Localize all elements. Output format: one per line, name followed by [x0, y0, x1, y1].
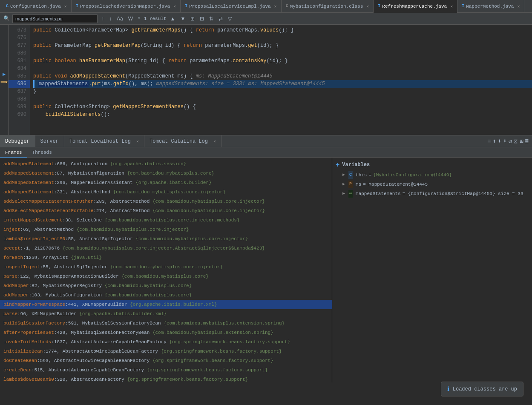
tab-proposal-cached[interactable]: I ProposalCachedVersionMapper.java ✕ [72, 0, 181, 13]
frame-12-class: MybatisMapperAnnotationBuilder [35, 274, 122, 279]
search-icon: 🔍 [3, 15, 10, 22]
var-mapped-statements[interactable]: ▶ ∞ mappedStatements = {Configuration$St… [332, 189, 532, 198]
frame-8-method: lambda$inspectInject$0 [3, 236, 65, 241]
tab-close-refresh[interactable]: ✕ [450, 4, 453, 9]
tab-close-configuration[interactable]: ✕ [64, 4, 67, 9]
search-option2[interactable]: ⇄ [217, 16, 224, 22]
gutter-673 [0, 25, 8, 32]
tab-configuration-java[interactable]: C Configuration.java ✕ [2, 0, 72, 13]
debugger-icon-grid[interactable]: ⊞ [520, 138, 523, 145]
toggle-word-button[interactable]: W [127, 16, 134, 22]
toggle-regex-button[interactable]: * [137, 16, 141, 22]
frame-23[interactable]: lambda$doGetBean$0:320, AbstractBeanFact… [0, 375, 332, 382]
debugger-icon-resume[interactable]: ↺ [509, 138, 512, 145]
frame-14-line: :103, [29, 293, 46, 298]
frame-4-line: :283, [93, 199, 110, 204]
tab-server[interactable]: Server [35, 135, 64, 147]
search-center[interactable]: ⊞ [189, 16, 196, 22]
frame-16[interactable]: parse:96, XMLMapperBuilder {org.apache.i… [0, 309, 332, 319]
frame-0[interactable]: addMappedStatement:686, Configuration {o… [0, 159, 332, 169]
frame-3[interactable]: addMappedStatement:331, AbstractMethod {… [0, 187, 332, 197]
debugger-icon-list[interactable]: ≡ [487, 138, 491, 145]
frame-1[interactable]: addMappedStatement:87, MybatisConfigurat… [0, 169, 332, 178]
tab-refresh-mapper[interactable]: I RefreshMapperCache.java ✕ [374, 0, 457, 13]
frame-4-class: AbstractMethod [110, 199, 152, 204]
frame-17-line: :591, [65, 321, 82, 326]
tab-close-mybatis-class[interactable]: ✕ [366, 4, 369, 9]
frame-13-class: MybatisMapperRegistry [43, 283, 104, 288]
tab-proposal-local[interactable]: I ProposalLocalServiceImpl.java ✕ [181, 0, 281, 13]
frame-15-pkg: {org.apache.ibatis.builder.xml} [130, 302, 217, 307]
frames-panel: addMappedStatement:686, Configuration {o… [0, 158, 332, 382]
tab-close-proposal-cached[interactable]: ✕ [173, 4, 176, 9]
frame-13[interactable]: addMapper:82, MybatisMapperRegistry {com… [0, 281, 332, 290]
debugger-icon-filter[interactable]: ⧖ [514, 138, 518, 145]
add-watch-button[interactable]: + [336, 161, 339, 169]
gutter-689 [0, 101, 8, 109]
frame-18-pkg: {com.baomidou.mybatisplus.extension.spri… [152, 330, 273, 335]
frame-12-method: parse [3, 274, 17, 279]
var-ms[interactable]: ▶ P ms = MappedStatement@14445 [332, 180, 532, 189]
sub-tab-threads[interactable]: Threads [27, 147, 57, 158]
search-input[interactable] [12, 14, 98, 23]
tab-tomcat-catalina[interactable]: Tomcat Catalina Log ✕ [144, 135, 221, 147]
frame-22-line: :515, [32, 368, 49, 373]
tab-tomcat-localhost[interactable]: Tomcat Localhost Log ✕ [64, 135, 144, 147]
code-line-681: public boolean hasParameterMap(String id… [33, 57, 532, 65]
frame-6-method: injectMappedStatement [3, 218, 63, 223]
var-this-name: this [356, 171, 367, 179]
frame-3-line: :331, [54, 190, 71, 195]
prev-match-button[interactable]: ↑ [100, 16, 105, 22]
frame-23-method: lambda$doGetBean$0 [3, 377, 54, 382]
search-expand[interactable]: ⊟ [198, 16, 205, 22]
frame-22[interactable]: createBean:515, AbstractAutowireCapableB… [0, 365, 332, 375]
var-ms-eq: = MappedStatement@14445 [363, 181, 428, 188]
tab-tomcat-localhost-close[interactable]: ✕ [136, 139, 139, 144]
frame-6[interactable]: injectMappedStatement:38, SelectOne {com… [0, 215, 332, 225]
frame-11[interactable]: inspectInject:55, AbstractSqlInjector {c… [0, 262, 332, 272]
frame-15-class: XMLMapperBuilder [82, 302, 130, 307]
debugger-tab-bar: Debugger Server Tomcat Localhost Log ✕ T… [0, 135, 532, 147]
toggle-case-button[interactable]: Aa [115, 16, 124, 22]
frame-5[interactable]: addSelectMappedStatementForTable:274, Ab… [0, 206, 332, 215]
frame-8[interactable]: lambda$inspectInject$0:55, AbstractSqlIn… [0, 234, 332, 244]
frame-12[interactable]: parse:122, MybatisMapperAnnotationBuilde… [0, 272, 332, 281]
next-match-button[interactable]: ↓ [108, 16, 113, 22]
debugger-icon-drop[interactable]: ⬇ [503, 138, 506, 145]
frame-0-method: addMappedStatement [3, 161, 54, 167]
debugger-icon-up[interactable]: ⬆ [492, 138, 496, 145]
frame-9[interactable]: accept:-1, 212870676 {com.baomidou.mybat… [0, 244, 332, 253]
search-option1[interactable]: ⇅ [208, 16, 215, 22]
var-this-value: {MybatisConfiguration@14449} [373, 171, 452, 179]
frame-4[interactable]: addSelectMappedStatementForOther:283, Ab… [0, 197, 332, 206]
debugger-icon-lines[interactable]: ≣ [525, 138, 529, 145]
tab-tomcat-catalina-close[interactable]: ✕ [213, 139, 216, 144]
tab-debugger[interactable]: Debugger [0, 135, 35, 147]
tab-mybatis-config-class[interactable]: C MybatisConfiguration.class ✕ [282, 0, 374, 13]
frame-19[interactable]: invokeInitMethods:1837, AbstractAutowire… [0, 337, 332, 347]
search-filter[interactable]: ▽ [227, 16, 233, 22]
frame-2[interactable]: addMappedStatement:296, MapperBuilderAss… [0, 178, 332, 187]
frame-10[interactable]: forEach:1259, ArrayList {java.util} [0, 253, 332, 262]
tab-close-mapper-method[interactable]: ✕ [517, 4, 520, 9]
frame-2-method: addMappedStatement [3, 180, 54, 185]
debugger-icon-down[interactable]: ⬇ [498, 138, 501, 145]
search-nav-down[interactable]: ▼ [179, 16, 187, 22]
tab-close-proposal-local[interactable]: ✕ [274, 4, 277, 9]
frame-7[interactable]: inject:63, AbstractMethod {com.baomidou.… [0, 225, 332, 234]
ln-681: 681 [9, 57, 30, 65]
search-nav-up[interactable]: ▲ [169, 16, 177, 22]
frame-17[interactable]: buildSqlSessionFactory:591, MybatisSqlSe… [0, 319, 332, 328]
sub-tab-frames[interactable]: Frames [0, 147, 27, 158]
var-this[interactable]: ▶ C this = {MybatisConfiguration@14449} [332, 170, 532, 180]
tab-mapper-method[interactable]: I MapperMethod.java ✕ [457, 0, 524, 13]
ln-685: 685 [9, 72, 30, 80]
frame-14[interactable]: addMapper:103, MybatisConfiguration {com… [0, 290, 332, 300]
code-690-text: buildAllStatements(); [33, 111, 110, 118]
frame-15[interactable]: bindMapperForNamespace:441, XMLMapperBui… [0, 300, 332, 309]
frame-20[interactable]: initializeBean:1774, AbstractAutowireCap… [0, 347, 332, 356]
frame-18[interactable]: afterPropertiesSet:429, MybatisSqlSessio… [0, 328, 332, 337]
gutter-685: ▶ [0, 71, 8, 78]
ln-673: 673 [9, 26, 30, 34]
frame-21[interactable]: doCreateBean:593, AbstractAutowireCapabl… [0, 356, 332, 365]
